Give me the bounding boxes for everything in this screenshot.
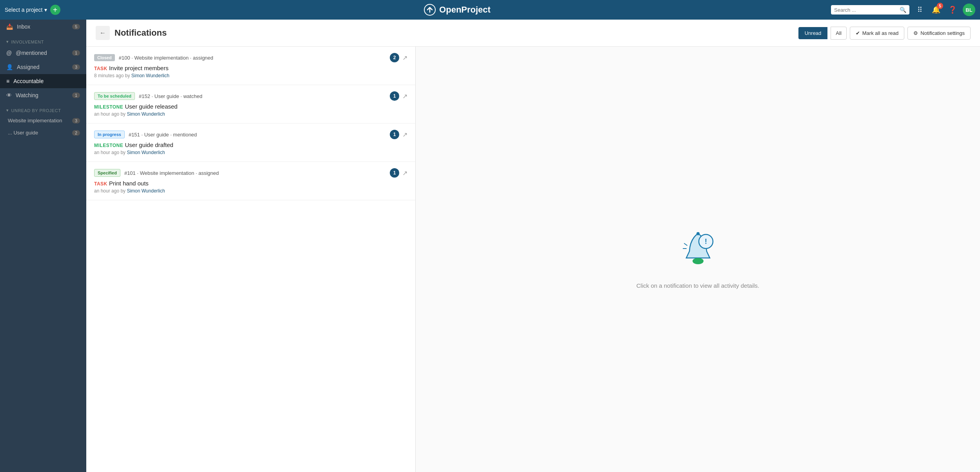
notif-author-link[interactable]: Simon Wunderlich bbox=[127, 150, 165, 155]
avatar[interactable]: BL bbox=[963, 4, 975, 16]
status-badge: In progress bbox=[94, 131, 125, 138]
notif-time: 8 minutes ago by Simon Wunderlich bbox=[94, 73, 407, 78]
notif-work-title: MILESTONE User guide drafted bbox=[94, 142, 407, 148]
sidebar-mentioned-count: 1 bbox=[72, 50, 80, 56]
sidebar-inbox-label: Inbox bbox=[17, 24, 30, 30]
sidebar-assigned-left: 👤 Assigned bbox=[6, 64, 40, 70]
top-navigation: Select a project ▾ + OpenProject 🔍 ⠿ 🔔 5 bbox=[0, 0, 980, 20]
sidebar-involvement-label: INVOLVEMENT bbox=[11, 40, 44, 44]
avatar-initials: BL bbox=[965, 7, 972, 13]
sidebar-item-website-implementation[interactable]: Website implementation 3 bbox=[0, 114, 86, 127]
topnav-left: Select a project ▾ + bbox=[5, 5, 83, 15]
notif-type-label: TASK bbox=[94, 181, 107, 187]
unread-filter-button[interactable]: Unread bbox=[798, 27, 828, 39]
notification-card[interactable]: Closed #100 · Website implementation · a… bbox=[86, 47, 415, 85]
inbox-icon: 📥 bbox=[6, 24, 13, 30]
sidebar-watching-left: 👁 Watching bbox=[6, 92, 38, 98]
eye-icon: 👁 bbox=[6, 92, 12, 98]
share-icon: ↗ bbox=[402, 169, 407, 177]
notif-controls: Unread All ✔ Mark all as read ⚙ Notifica… bbox=[798, 27, 971, 40]
sidebar-assigned-label: Assigned bbox=[17, 64, 40, 70]
notifications-button[interactable]: 🔔 5 bbox=[930, 4, 942, 16]
notif-count-badge: 1 bbox=[390, 130, 399, 139]
mark-all-read-button[interactable]: ✔ Mark all as read bbox=[850, 27, 904, 40]
sidebar-item-watching[interactable]: 👁 Watching 1 bbox=[0, 88, 86, 102]
svg-point-2 bbox=[696, 232, 700, 235]
sidebar-watching-label: Watching bbox=[16, 92, 38, 98]
main-content: ← Notifications Unread All ✔ Mark all as… bbox=[86, 20, 980, 472]
help-button[interactable]: ❓ bbox=[946, 4, 959, 16]
svg-line-6 bbox=[684, 243, 687, 245]
search-icon: 🔍 bbox=[900, 7, 906, 13]
main-layout: 📥 Inbox 5 ▾ INVOLVEMENT @ @mentioned 1 👤… bbox=[0, 20, 980, 472]
back-button[interactable]: ← bbox=[96, 26, 110, 40]
notif-count-badge: 1 bbox=[390, 91, 399, 101]
sidebar-unread-by-project-section: ▾ UNREAD BY PROJECT bbox=[0, 102, 86, 114]
notifications-list: Closed #100 · Website implementation · a… bbox=[86, 47, 416, 472]
notif-count-badge: 2 bbox=[390, 53, 399, 62]
notif-meta: #100 · Website implementation · assigned bbox=[119, 55, 213, 61]
logo-icon bbox=[424, 4, 436, 16]
sidebar-user-guide-count: 2 bbox=[72, 130, 80, 136]
notification-card[interactable]: Specified #101 · Website implementation … bbox=[86, 162, 415, 200]
status-badge: To be scheduled bbox=[94, 92, 135, 100]
notif-meta: #152 · User guide · watched bbox=[139, 93, 202, 99]
status-badge: Specified bbox=[94, 169, 120, 177]
sidebar-mentioned-label: @mentioned bbox=[16, 50, 47, 56]
at-icon: @ bbox=[6, 50, 12, 56]
sidebar-item-inbox[interactable]: 📥 Inbox 5 bbox=[0, 20, 86, 34]
notif-time: an hour ago by Simon Wunderlich bbox=[94, 150, 407, 155]
search-box[interactable]: 🔍 bbox=[831, 5, 909, 15]
sidebar-item-assigned[interactable]: 👤 Assigned 3 bbox=[0, 60, 86, 74]
sidebar-accountable-label: Accountable bbox=[13, 78, 44, 84]
chevron-down-icon: ▾ bbox=[44, 7, 47, 13]
notifications-header: ← Notifications Unread All ✔ Mark all as… bbox=[86, 20, 980, 47]
add-project-button[interactable]: + bbox=[50, 5, 60, 15]
sidebar-inbox-left: 📥 Inbox bbox=[6, 24, 30, 30]
select-project-label: Select a project bbox=[5, 7, 43, 13]
search-input[interactable] bbox=[834, 7, 897, 13]
sidebar-item-user-guide[interactable]: ... User guide 2 bbox=[0, 127, 86, 139]
notif-meta: #151 · User guide · mentioned bbox=[129, 132, 197, 138]
page-title: Notifications bbox=[115, 28, 167, 38]
sidebar-inbox-count: 5 bbox=[72, 24, 80, 29]
notification-settings-button[interactable]: ⚙ Notification settings bbox=[907, 27, 971, 40]
notif-work-title: TASK Print hand outs bbox=[94, 180, 407, 187]
notif-author-link[interactable]: Simon Wunderlich bbox=[127, 111, 165, 117]
accountable-icon: ≡ bbox=[6, 78, 9, 84]
chevron-down-icon2: ▾ bbox=[6, 108, 9, 113]
notif-author-link[interactable]: Simon Wunderlich bbox=[131, 73, 169, 78]
notif-title-area: ← Notifications bbox=[96, 26, 167, 40]
notification-settings-label: Notification settings bbox=[920, 30, 965, 36]
notif-author-link[interactable]: Simon Wunderlich bbox=[127, 188, 165, 194]
sidebar-accountable-left: ≡ Accountable bbox=[6, 78, 44, 84]
notification-card[interactable]: In progress #151 · User guide · mentione… bbox=[86, 123, 415, 162]
help-icon: ❓ bbox=[948, 5, 957, 14]
modules-button[interactable]: ⠿ bbox=[913, 4, 926, 16]
notification-badge: 5 bbox=[937, 3, 943, 9]
sidebar-item-accountable[interactable]: ≡ Accountable bbox=[0, 74, 86, 88]
sidebar-watching-count: 1 bbox=[72, 93, 80, 98]
all-filter-button[interactable]: All bbox=[831, 27, 846, 40]
chevron-down-icon: ▾ bbox=[6, 39, 9, 44]
notif-time: an hour ago by Simon Wunderlich bbox=[94, 111, 407, 117]
topnav-right: 🔍 ⠿ 🔔 5 ❓ BL bbox=[831, 4, 975, 16]
select-project-dropdown[interactable]: Select a project ▾ bbox=[5, 7, 47, 13]
notif-work-title: TASK Invite project members bbox=[94, 65, 407, 71]
svg-point-3 bbox=[693, 258, 704, 264]
grid-icon: ⠿ bbox=[917, 5, 922, 14]
sidebar-item-mentioned[interactable]: @ @mentioned 1 bbox=[0, 46, 86, 60]
person-icon: 👤 bbox=[6, 64, 13, 70]
notif-type-label: TASK bbox=[94, 66, 107, 71]
notif-time: an hour ago by Simon Wunderlich bbox=[94, 188, 407, 194]
notification-card[interactable]: To be scheduled #152 · User guide · watc… bbox=[86, 85, 415, 123]
share-icon: ↗ bbox=[402, 93, 407, 100]
notif-type-label: MILESTONE bbox=[94, 104, 123, 110]
logo-text: OpenProject bbox=[439, 5, 491, 15]
mark-all-read-label: Mark all as read bbox=[862, 30, 898, 36]
share-icon: ↗ bbox=[402, 54, 407, 62]
notif-meta: #101 · Website implementation · assigned bbox=[124, 170, 219, 176]
sidebar-website-impl-label: Website implementation bbox=[8, 118, 62, 123]
gear-icon: ⚙ bbox=[913, 30, 918, 36]
notif-type-label: MILESTONE bbox=[94, 143, 123, 148]
